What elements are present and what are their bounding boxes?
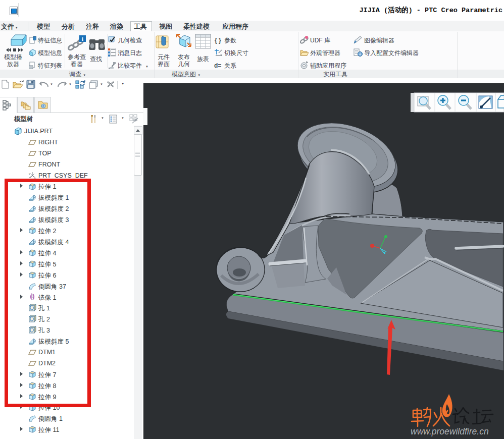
- svg-text:y: y: [29, 172, 30, 175]
- svg-text:i: i: [82, 36, 83, 42]
- svg-text:www.proewildfire.cn: www.proewildfire.cn: [411, 426, 489, 436]
